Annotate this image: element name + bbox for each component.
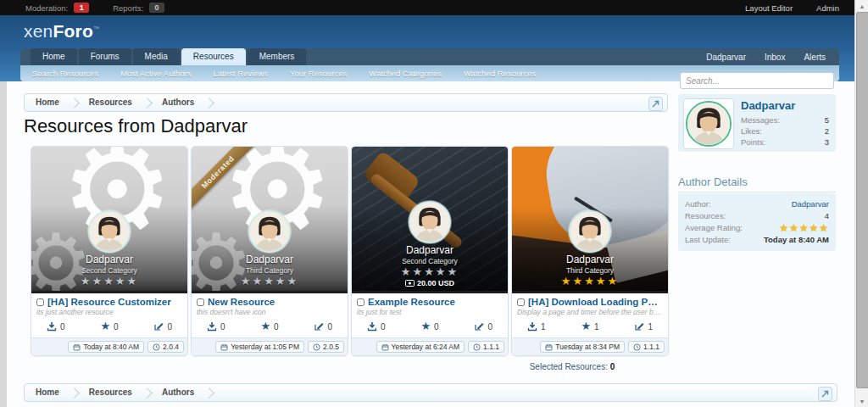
ratings-stat: ★ 0: [260, 321, 278, 332]
resource-image[interactable]: ⚙ ⚙ Moderated Dadparvar Third Category ★…: [192, 147, 348, 293]
avatar[interactable]: [409, 201, 451, 243]
downloads-stat: 0: [47, 321, 65, 332]
points-value[interactable]: 3: [825, 137, 829, 147]
scroll-down-arrow-icon[interactable]: ▼: [855, 395, 868, 407]
resource-title[interactable]: [HA] Download Loading Page: [528, 297, 663, 307]
date-text: Yesterday at 6:24 AM: [392, 343, 460, 351]
version-chip[interactable]: 2.0.5: [308, 341, 344, 353]
reviews-count: 1: [648, 322, 653, 332]
clock-icon: [473, 343, 481, 351]
tab-media[interactable]: Media: [133, 48, 180, 65]
date-text: Yesterday at 1:05 PM: [231, 343, 299, 351]
subnav-watched-categories[interactable]: Watched Categories: [369, 69, 442, 78]
reports-count-badge[interactable]: 0: [149, 3, 164, 13]
resource-category[interactable]: Second Category: [81, 266, 137, 275]
avatar[interactable]: [569, 210, 611, 253]
tab-members[interactable]: Members: [248, 48, 307, 65]
breadcrumb-home[interactable]: Home: [25, 94, 70, 111]
scroll-up-arrow-icon[interactable]: ▲: [855, 0, 868, 12]
resource-select-checkbox[interactable]: [197, 298, 204, 306]
reports-label[interactable]: Reports:: [113, 3, 143, 13]
resource-author[interactable]: Dadparvar: [406, 244, 453, 256]
calendar-icon: [220, 343, 228, 351]
version-chip[interactable]: 1.1.1: [468, 341, 504, 353]
resource-category[interactable]: Third Category: [566, 266, 614, 275]
ratings-count: 0: [434, 322, 439, 332]
resource-category[interactable]: Second Category: [402, 257, 458, 265]
breadcrumb-resources[interactable]: Resources: [78, 94, 143, 111]
tab-forums[interactable]: Forums: [79, 48, 131, 65]
ratings-stat: ★ 0: [420, 321, 438, 332]
resource-identity: Dadparvar Third Category ★★★★★: [512, 210, 668, 287]
moderation-label[interactable]: Moderation:: [25, 3, 68, 13]
resource-author[interactable]: Dadparvar: [86, 254, 133, 265]
share-page-button[interactable]: [818, 387, 832, 401]
resource-title[interactable]: Example Resource: [368, 297, 503, 307]
breadcrumb-resources[interactable]: Resources: [78, 384, 143, 401]
resource-author[interactable]: Dadparvar: [246, 254, 293, 265]
share-page-button[interactable]: [648, 97, 663, 111]
version-chip[interactable]: 1.1.1: [628, 341, 665, 353]
likes-value[interactable]: 2: [825, 126, 829, 136]
resource-image[interactable]: Dadparvar Second Category ★★★★★ 20.00 US…: [352, 147, 508, 293]
subnav-your-resources[interactable]: Your Resources: [290, 69, 347, 78]
nav-alerts-link[interactable]: Alerts: [804, 53, 826, 62]
search-input[interactable]: [680, 72, 834, 89]
breadcrumb-home[interactable]: Home: [25, 384, 70, 401]
nav-account-link[interactable]: Dadparvar: [706, 53, 746, 62]
xenforo-logo[interactable]: xenForo™: [24, 21, 99, 42]
likes-stat-row: Likes: 2: [741, 126, 829, 136]
avatar[interactable]: [88, 210, 131, 253]
admin-link[interactable]: Admin: [816, 3, 839, 13]
subnav-latest-reviews[interactable]: Latest Reviews: [214, 69, 268, 78]
resource-card: Dadparvar Third Category ★★★★★ [HA] Down…: [511, 146, 669, 356]
subnav-watched-resources[interactable]: Watched Resources: [464, 69, 536, 78]
subnav-search-resources[interactable]: Search Resources: [32, 69, 98, 78]
resource-stats: 1 ★ 1 1: [512, 316, 668, 337]
version-text: 2.0.4: [163, 343, 179, 351]
resources-label: Resources:: [685, 210, 726, 222]
resource-author[interactable]: Dadparvar: [566, 254, 614, 265]
downloads-count: 0: [60, 322, 65, 332]
resource-info: [HA] Resource Customizer its just anothe…: [31, 293, 187, 316]
reviews-stat: 0: [153, 321, 172, 332]
resource-image[interactable]: Dadparvar Third Category ★★★★★: [512, 147, 668, 293]
resource-title[interactable]: New Resource: [208, 297, 342, 307]
date-chip[interactable]: Yesterday at 1:05 PM: [215, 341, 304, 353]
breadcrumb-authors[interactable]: Authors: [151, 94, 205, 111]
resource-select-checkbox[interactable]: [357, 298, 364, 306]
avatar[interactable]: [248, 210, 291, 253]
resource-footer: Today at 8:40 AM 2.0.4: [31, 337, 187, 355]
subnav-most-active-authors[interactable]: Most Active Authors: [120, 69, 191, 78]
downloads-stat: 1: [527, 321, 546, 332]
date-chip[interactable]: Tuesday at 8:34 PM: [540, 341, 625, 353]
last-update-value: Today at 8:40 AM: [764, 234, 829, 246]
author-value[interactable]: Dadparvar: [792, 198, 829, 210]
author-details-heading: Author Details: [678, 176, 836, 192]
tab-home[interactable]: Home: [31, 48, 77, 65]
messages-value[interactable]: 5: [825, 115, 829, 125]
clock-icon: [313, 343, 320, 351]
tab-resources[interactable]: Resources: [181, 48, 246, 65]
sidebar-user-name[interactable]: Dadparvar: [741, 99, 795, 112]
date-chip[interactable]: Today at 8:40 AM: [68, 341, 144, 353]
date-chip[interactable]: Yesterday at 6:24 AM: [376, 341, 465, 353]
resource-category[interactable]: Third Category: [246, 266, 293, 275]
resource-card: ⚙ ⚙ Moderated Dadparvar Third Category ★…: [191, 146, 348, 356]
nav-inbox-link[interactable]: Inbox: [765, 53, 785, 62]
resource-image[interactable]: ⚙ ⚙ Dadparvar Second Category ★★★★★: [31, 147, 187, 293]
admin-moderation-bar: Moderation: 1 Reports: 0 Layout Editor A…: [0, 0, 868, 15]
version-chip[interactable]: 2.0.4: [147, 341, 184, 353]
scrollbar-thumb[interactable]: [856, 12, 868, 388]
resource-card: ⚙ ⚙ Dadparvar Second Category ★★★★★ [HA]…: [31, 146, 188, 356]
moderation-count-badge[interactable]: 1: [74, 3, 89, 13]
resource-select-checkbox[interactable]: [36, 298, 44, 306]
breadcrumb-authors[interactable]: Authors: [151, 384, 205, 401]
avatar[interactable]: [683, 98, 734, 149]
resource-select-checkbox[interactable]: [517, 298, 525, 306]
layout-editor-link[interactable]: Layout Editor: [745, 3, 793, 13]
resource-title[interactable]: [HA] Resource Customizer: [47, 297, 182, 307]
vertical-scrollbar[interactable]: ▲ ▼: [854, 0, 868, 407]
resource-info: New Resource this doesn't have icon: [192, 293, 348, 316]
nav-user-links: Dadparvar Inbox Alerts: [706, 53, 839, 65]
